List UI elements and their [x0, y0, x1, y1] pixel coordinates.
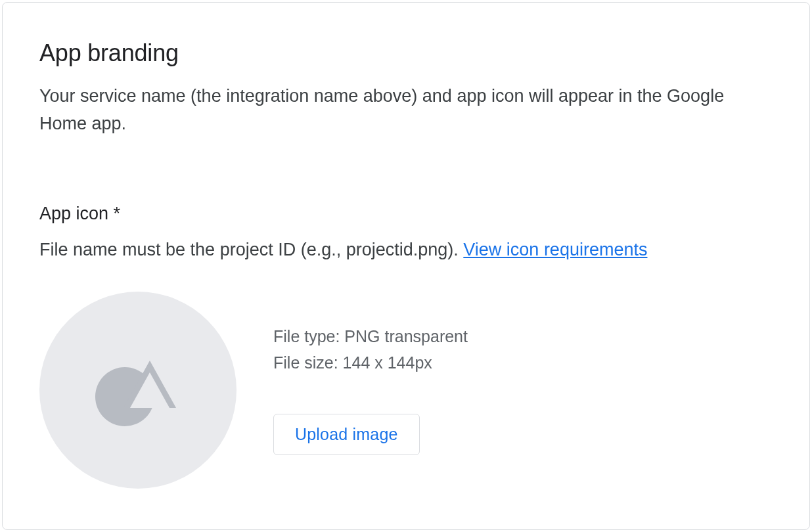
- file-size-label: File size: 144 x 144px: [273, 351, 468, 374]
- card-description: Your service name (the integration name …: [39, 83, 736, 138]
- upload-image-button[interactable]: Upload image: [273, 414, 420, 455]
- upload-row: File type: PNG transparent File size: 14…: [39, 292, 773, 489]
- app-branding-card: App branding Your service name (the inte…: [2, 2, 810, 530]
- file-type-label: File type: PNG transparent: [273, 324, 468, 348]
- upload-details: File type: PNG transparent File size: 14…: [273, 324, 468, 456]
- view-icon-requirements-link[interactable]: View icon requirements: [463, 240, 647, 259]
- help-text: File name must be the project ID (e.g., …: [39, 240, 463, 259]
- app-icon-section-title: App icon *: [39, 204, 773, 224]
- card-title: App branding: [39, 39, 773, 67]
- image-placeholder-icon: [92, 354, 184, 426]
- icon-placeholder: [39, 292, 237, 489]
- app-icon-help-text: File name must be the project ID (e.g., …: [39, 240, 773, 260]
